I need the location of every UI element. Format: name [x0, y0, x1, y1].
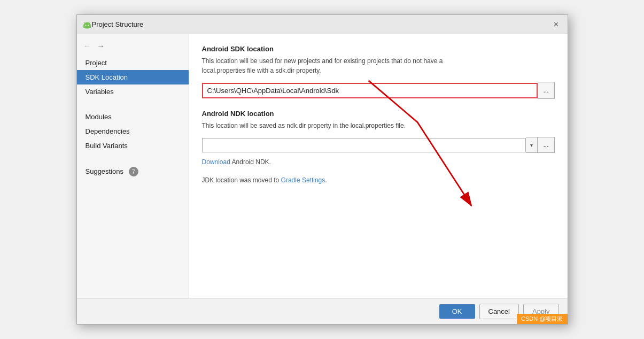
ok-button[interactable]: OK [439, 304, 475, 319]
svg-point-2 [85, 25, 86, 26]
watermark: CSDN @项目派 [517, 314, 567, 324]
sidebar-item-dependencies[interactable]: Dependencies [77, 124, 189, 138]
nav-spacer-2 [77, 155, 189, 161]
ndk-description: This location will be saved as ndk.dir p… [202, 121, 555, 130]
sdk-browse-button[interactable]: ... [538, 82, 554, 99]
ndk-browse-button[interactable]: ... [538, 137, 554, 153]
sidebar-item-variables[interactable]: Variables [77, 84, 189, 99]
sidebar: ← → Project SDK Location Variables Modul… [77, 34, 189, 298]
forward-button[interactable]: → [95, 41, 107, 51]
svg-rect-6 [85, 22, 89, 24]
sdk-path-input[interactable] [203, 84, 537, 97]
back-button[interactable]: ← [81, 41, 93, 51]
project-structure-dialog: Project Structure × ← → Project SDK Loca… [76, 14, 568, 325]
ndk-title: Android NDK location [202, 110, 555, 118]
sidebar-item-suggestions[interactable]: Suggestions 7 [77, 164, 189, 180]
button-bar: OK Cancel Apply [77, 298, 568, 324]
sdk-title: Android SDK location [202, 45, 555, 53]
svg-rect-1 [83, 25, 91, 28]
ndk-dropdown-button[interactable]: ▾ [526, 137, 538, 153]
sdk-path-input-wrapper [202, 83, 538, 98]
sidebar-item-build-variants[interactable]: Build Variants [77, 138, 189, 153]
android-icon [82, 20, 92, 29]
nav-section-middle: Modules Dependencies Build Variants [77, 107, 189, 155]
ndk-section: Android NDK location This location will … [202, 110, 555, 153]
sidebar-item-sdk-location[interactable]: SDK Location [77, 70, 189, 84]
ndk-path-input[interactable] [202, 138, 526, 152]
sdk-section: Android SDK location This location will … [202, 45, 555, 99]
title-bar: Project Structure × [77, 15, 568, 34]
svg-line-4 [84, 22, 85, 24]
dialog-title: Project Structure [92, 20, 550, 28]
ndk-input-row: ▾ ... [202, 137, 555, 153]
svg-line-5 [89, 22, 90, 24]
nav-section-top: Project SDK Location Variables [77, 53, 189, 101]
content-area: Android SDK location This location will … [189, 34, 568, 298]
download-ndk-link[interactable]: Download [202, 158, 230, 166]
nav-section-bottom: Suggestions 7 [77, 161, 189, 182]
sdk-input-row: ... [202, 82, 555, 99]
nav-spacer-1 [77, 101, 189, 107]
sidebar-item-modules[interactable]: Modules [77, 110, 189, 124]
dialog-body: ← → Project SDK Location Variables Modul… [77, 34, 568, 298]
close-button[interactable]: × [550, 19, 562, 30]
download-ndk-row: Download Android NDK. [202, 158, 555, 166]
gradle-settings-link[interactable]: Gradle Settings [281, 176, 325, 184]
sidebar-item-project[interactable]: Project [77, 56, 189, 70]
suggestions-badge: 7 [129, 167, 138, 176]
svg-point-3 [88, 25, 89, 26]
nav-toolbar: ← → [77, 38, 189, 53]
chevron-down-icon: ▾ [530, 142, 533, 148]
cancel-button[interactable]: Cancel [479, 304, 519, 319]
jdk-notice: JDK location was moved to Gradle Setting… [202, 176, 555, 184]
sdk-description: This location will be used for new proje… [202, 56, 555, 75]
